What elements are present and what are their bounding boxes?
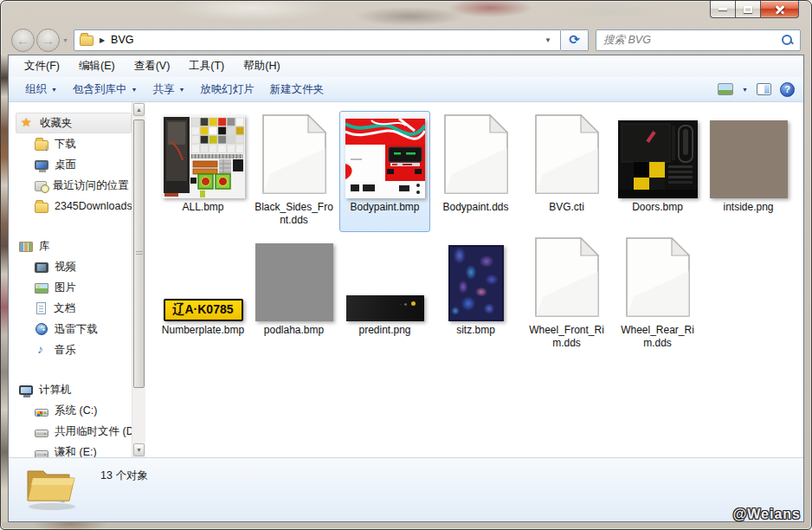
sidebar-item-pictures[interactable]: 图片 bbox=[16, 277, 132, 298]
sidebar-item-desktop[interactable]: 桌面 bbox=[16, 154, 132, 175]
sidebar-item-recent-places[interactable]: 最近访问的位置 bbox=[16, 175, 132, 196]
menu-item-help[interactable]: 帮助(H) bbox=[236, 56, 287, 76]
recent-pages-dropdown[interactable]: ▼ bbox=[62, 37, 68, 43]
toolbar-right-icons: ▼ ? bbox=[718, 82, 795, 97]
file-name-label: intside.png bbox=[723, 201, 773, 214]
file-Wheel_Rear_Rim.dds[interactable]: Wheel_Rear_Rim.dds bbox=[612, 234, 703, 355]
thumbnail-solid bbox=[710, 120, 788, 198]
file-Bodypaint.bmp[interactable]: Bodypaint.bmp bbox=[339, 111, 430, 232]
file-name-label: Black_Sides_Front.dds bbox=[253, 201, 336, 227]
toolbar-share-label: 共享 bbox=[152, 82, 174, 97]
file-Wheel_Front_Rim.dds[interactable]: Wheel_Front_Rim.dds bbox=[521, 234, 612, 355]
sidebar-item-downloads[interactable]: 下载 bbox=[16, 133, 132, 154]
sidebar-item-videos[interactable]: 视频 bbox=[16, 256, 132, 277]
document-file-icon bbox=[625, 236, 691, 321]
documents-icon bbox=[36, 302, 46, 314]
file-Black_Sides_Front.dds[interactable]: Black_Sides_Front.dds bbox=[248, 111, 339, 232]
file-thumbnail-area bbox=[613, 235, 702, 321]
sidebar-item-music-label: 音乐 bbox=[55, 343, 76, 358]
maximize-button[interactable] bbox=[735, 1, 760, 18]
sidebar-item-2345downloads[interactable]: 2345Downloads bbox=[16, 196, 132, 217]
sidebar-item-thunder-downloads[interactable]: 迅雷下载 bbox=[16, 319, 132, 339]
computer-icon bbox=[19, 385, 33, 395]
file-intside.png[interactable]: intside.png bbox=[703, 111, 794, 232]
menu-item-view[interactable]: 查看(V) bbox=[127, 56, 177, 76]
file-thumbnail-area bbox=[522, 235, 611, 321]
sidebar-item-documents[interactable]: 文档 bbox=[16, 298, 132, 319]
file-sitz.bmp[interactable]: sitz.bmp bbox=[430, 234, 521, 355]
breadcrumb-path[interactable]: BVG bbox=[111, 34, 133, 46]
file-name-label: predint.png bbox=[358, 324, 410, 337]
file-name-label: BVG.cti bbox=[549, 201, 584, 214]
toolbar-organize-button[interactable]: 组织▼ bbox=[17, 79, 65, 100]
minimize-icon bbox=[719, 8, 727, 10]
file-podlaha.bmp[interactable]: podlaha.bmp bbox=[248, 234, 339, 355]
file-name-label: Numberplate.bmp bbox=[162, 324, 244, 337]
file-name-label: sitz.bmp bbox=[456, 324, 495, 337]
preview-pane-button[interactable] bbox=[757, 83, 771, 95]
views-icon bbox=[718, 83, 733, 95]
thumbnail-numberplate: 辽A·K0785 bbox=[164, 299, 243, 321]
file-thumbnail-area bbox=[340, 112, 429, 198]
chevron-down-icon: ▼ bbox=[131, 87, 137, 93]
thumbnail-doors-bmp bbox=[618, 120, 698, 198]
address-dropdown-icon[interactable]: ▼ bbox=[541, 36, 555, 44]
details-pane: 13 个对象 bbox=[9, 457, 803, 521]
toolbar-slideshow-button[interactable]: 放映幻灯片 bbox=[192, 79, 262, 100]
sidebar-item-documents-label: 文档 bbox=[54, 301, 75, 316]
navigation-bar: ← → ▼ ▶ BVG ▼ ⟳ 搜索 BVG bbox=[8, 27, 804, 53]
thumbnail-predint bbox=[346, 295, 424, 321]
scroll-up-button[interactable]: ▲ bbox=[133, 103, 145, 116]
file-name-label: Wheel_Rear_Rim.dds bbox=[616, 324, 699, 350]
sidebar-item-downloads-label: 下载 bbox=[55, 137, 76, 152]
back-button[interactable]: ← bbox=[11, 29, 35, 52]
music-icon bbox=[35, 343, 48, 357]
menu-item-file[interactable]: 文件(F) bbox=[17, 56, 67, 76]
menu-item-tools[interactable]: 工具(T) bbox=[182, 56, 231, 76]
search-input[interactable]: 搜索 BVG bbox=[596, 29, 801, 51]
sidebar-item-shared-temp-d[interactable]: 共用临时文件 (D bbox=[16, 421, 132, 442]
address-bar[interactable]: ▶ BVG ▼ bbox=[74, 29, 561, 51]
help-button[interactable]: ? bbox=[780, 82, 795, 97]
forward-button[interactable]: → bbox=[36, 29, 60, 52]
sidebar-section-favorites[interactable]: 收藏夹 bbox=[16, 113, 132, 133]
file-Numberplate.bmp[interactable]: 辽A·K0785Numberplate.bmp bbox=[158, 234, 248, 355]
thumbnail-all-bmp bbox=[162, 115, 245, 198]
minimize-button[interactable] bbox=[710, 1, 735, 18]
close-button[interactable] bbox=[760, 1, 799, 18]
file-BVG.cti[interactable]: BVG.cti bbox=[521, 111, 612, 232]
file-thumbnail-area bbox=[340, 235, 429, 321]
drive-icon bbox=[35, 430, 48, 437]
file-thumbnail-area bbox=[249, 112, 338, 198]
scrollbar-grip-icon bbox=[136, 251, 143, 256]
scrollbar-thumb[interactable] bbox=[133, 120, 145, 388]
file-thumbnail-area: 辽A·K0785 bbox=[158, 235, 248, 321]
star-icon bbox=[20, 116, 34, 130]
sidebar-section-computer[interactable]: 计算机 bbox=[16, 379, 132, 400]
sidebar-item-2345downloads-label: 2345Downloads bbox=[55, 200, 132, 212]
folder-icon bbox=[80, 36, 93, 46]
refresh-button[interactable]: ⟳ bbox=[561, 29, 589, 51]
file-predint.png[interactable]: predint.png bbox=[339, 234, 430, 355]
chevron-down-icon: ▼ bbox=[51, 87, 57, 93]
views-dropdown-icon: ▼ bbox=[742, 87, 748, 93]
sidebar-item-pictures-label: 图片 bbox=[55, 281, 76, 295]
change-view-button[interactable]: ▼ bbox=[718, 83, 748, 95]
menu-item-edit[interactable]: 编辑(E) bbox=[72, 56, 122, 76]
file-thumbnail-area bbox=[522, 112, 611, 198]
toolbar-new-folder-button[interactable]: 新建文件夹 bbox=[262, 79, 332, 100]
sidebar-scrollbar[interactable]: ▲ ▼ bbox=[132, 102, 145, 457]
toolbar-slideshow-label: 放映幻灯片 bbox=[200, 82, 255, 97]
scroll-down-button[interactable]: ▼ bbox=[133, 443, 145, 456]
pictures-icon bbox=[35, 283, 48, 294]
sidebar-item-qianhe-e[interactable]: 谦和 (E:) bbox=[16, 442, 132, 457]
chevron-down-icon: ▼ bbox=[178, 87, 184, 93]
sidebar-section-libraries[interactable]: 库 bbox=[16, 236, 132, 256]
toolbar-share-button[interactable]: 共享▼ bbox=[145, 79, 192, 100]
file-ALL.bmp[interactable]: ALL.bmp bbox=[158, 111, 248, 232]
sidebar-item-music[interactable]: 音乐 bbox=[16, 339, 132, 360]
file-Bodypaint.dds[interactable]: Bodypaint.dds bbox=[430, 111, 521, 232]
toolbar-include-in-library-button[interactable]: 包含到库中▼ bbox=[65, 79, 145, 100]
file-Doors.bmp[interactable]: Doors.bmp bbox=[612, 111, 703, 232]
sidebar-item-system-c[interactable]: 系统 (C:) bbox=[16, 400, 132, 421]
